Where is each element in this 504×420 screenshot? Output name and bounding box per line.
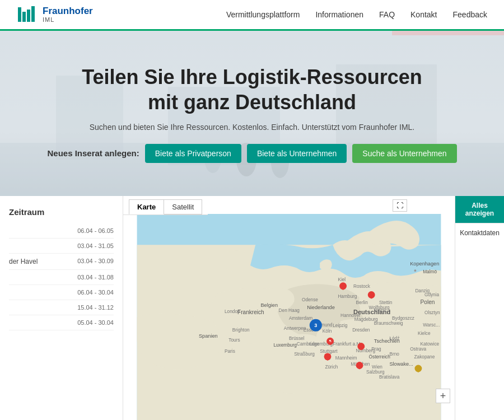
tab-satellit[interactable]: Satellit xyxy=(164,199,202,214)
btn-alles-anzeigen[interactable]: Alles anzeigen xyxy=(455,196,504,223)
hero-cta-label: Neues Inserat anlegen: xyxy=(47,148,139,158)
svg-text:Frankreich: Frankreich xyxy=(237,309,264,315)
svg-text:3: 3 xyxy=(314,323,317,328)
svg-text:Kielce: Kielce xyxy=(418,331,431,336)
hero-subtitle: Suchen und bieten Sie Ihre Ressourcen. K… xyxy=(47,123,456,132)
header: Fraunhofer IML Vermittlungsplattform Inf… xyxy=(0,0,504,31)
svg-rect-1 xyxy=(22,12,26,22)
btn-suche-unternehmen[interactable]: Suche als Unternehmen xyxy=(352,144,456,163)
svg-rect-0 xyxy=(18,7,21,22)
svg-text:Katowice: Katowice xyxy=(421,342,440,347)
svg-text:Wien: Wien xyxy=(372,365,382,370)
svg-text:Leipzig: Leipzig xyxy=(333,323,348,328)
list-item: 03.04 - 31.05 xyxy=(9,239,114,254)
btn-biete-unternehmen[interactable]: Biete als Unternehmen xyxy=(247,144,347,163)
svg-text:Prag: Prag xyxy=(371,347,381,352)
svg-text:Berlin: Berlin xyxy=(356,300,368,305)
zoom-in-icon: + xyxy=(440,390,446,402)
svg-text:Dresden: Dresden xyxy=(352,328,370,333)
svg-text:Amsterdam: Amsterdam xyxy=(289,316,312,321)
logo-sub: IML xyxy=(43,16,93,23)
list-item: 05.04 - 30.04 xyxy=(9,315,114,330)
svg-text:Frankfurt a.M.: Frankfurt a.M. xyxy=(333,342,361,347)
svg-text:Bratislava: Bratislava xyxy=(379,375,400,380)
sidebar-location: der Havel xyxy=(9,258,77,265)
map-area[interactable]: Karte Satellit ⛶ xyxy=(123,196,455,420)
list-item: der Havel 03.04 - 30.09 xyxy=(9,254,114,270)
svg-text:Mannheim: Mannheim xyxy=(335,356,357,361)
sidebar: Zeitraum 06.04 - 06.05 03.04 - 31.05 der… xyxy=(0,196,123,420)
svg-text:Hamburg: Hamburg xyxy=(338,294,357,299)
svg-text:Polen: Polen xyxy=(421,299,435,305)
sidebar-date: 03.04 - 31.05 xyxy=(77,242,114,249)
svg-text:Luxemburg: Luxemburg xyxy=(273,343,297,348)
svg-text:Odense: Odense xyxy=(302,297,318,302)
map-zoom-in-button[interactable]: + xyxy=(436,389,450,403)
svg-text:Brüssel: Brüssel xyxy=(289,336,305,341)
svg-text:Brno: Brno xyxy=(389,352,399,357)
svg-text:Malmö: Malmö xyxy=(423,269,437,274)
svg-text:Braunschweig: Braunschweig xyxy=(374,321,403,326)
hero-content: Teilen Sie Ihre Logistik-Ressourcen mit … xyxy=(25,64,479,163)
sidebar-date: 06.04 - 06.05 xyxy=(77,227,114,234)
list-item: 03.04 - 31.08 xyxy=(9,270,114,285)
fraunhofer-logo-icon xyxy=(17,4,38,25)
svg-text:Brighton: Brighton xyxy=(232,328,250,333)
svg-text:Kopenhagen: Kopenhagen xyxy=(410,261,439,267)
nav-item-faq[interactable]: FAQ xyxy=(379,10,395,19)
sidebar-date: 03.04 - 31.08 xyxy=(77,274,114,281)
nav-item-informationen[interactable]: Informationen xyxy=(315,10,363,19)
logo-name: Fraunhofer xyxy=(43,6,93,17)
svg-text:Bydgoszcz: Bydgoszcz xyxy=(392,316,414,321)
list-item: 06.04 - 06.05 xyxy=(9,223,114,239)
svg-text:Warsc...: Warsc... xyxy=(423,323,440,328)
svg-text:Kiel: Kiel xyxy=(338,277,346,282)
map-svg: Polen Deutschland Frankreich Spanien Bel… xyxy=(123,214,455,420)
svg-text:Tours: Tours xyxy=(228,338,240,343)
map-tabs: Karte Satellit xyxy=(123,196,208,215)
sidebar-date: 15.04 - 31.12 xyxy=(77,304,114,311)
svg-rect-2 xyxy=(27,10,30,22)
svg-rect-10 xyxy=(392,31,504,35)
svg-text:Łódź: Łódź xyxy=(389,336,399,341)
btn-biete-privat[interactable]: Biete als Privatperson xyxy=(145,144,241,163)
svg-rect-3 xyxy=(31,6,35,22)
map-expand-button[interactable]: ⛶ xyxy=(393,199,407,212)
svg-text:Straßburg: Straßburg xyxy=(294,352,315,357)
svg-text:Paris: Paris xyxy=(225,349,235,354)
svg-point-27 xyxy=(414,269,417,272)
tab-karte[interactable]: Karte xyxy=(129,199,164,214)
right-panel: Alles anzeigen Kontaktdaten xyxy=(455,196,504,420)
svg-text:Niederlande: Niederlande xyxy=(307,305,335,310)
svg-text:Belgien: Belgien xyxy=(260,302,278,308)
svg-text:Ostrava: Ostrava xyxy=(410,347,426,352)
sidebar-date: 06.04 - 30.04 xyxy=(77,289,114,296)
logo-area: Fraunhofer IML xyxy=(17,4,93,25)
svg-text:Den Haag: Den Haag xyxy=(279,308,300,313)
logo-text: Fraunhofer IML xyxy=(43,6,93,24)
svg-text:Slowake...: Slowake... xyxy=(389,361,413,367)
hero-actions: Neues Inserat anlegen: Biete als Privatp… xyxy=(47,144,456,163)
nav-item-feedback[interactable]: Feedback xyxy=(453,10,487,19)
svg-text:London: London xyxy=(225,309,240,314)
btn-kontaktdaten[interactable]: Kontaktdaten xyxy=(455,223,504,242)
svg-text:Zakopane: Zakopane xyxy=(414,354,435,360)
svg-text:Wolfsburg: Wolfsburg xyxy=(369,305,390,310)
bottom-section: Zeitraum 06.04 - 06.05 03.04 - 31.05 der… xyxy=(0,196,504,420)
svg-text:Zürich: Zürich xyxy=(325,365,338,370)
svg-text:Salzburg: Salzburg xyxy=(366,370,385,375)
sidebar-title: Zeitraum xyxy=(9,207,114,217)
svg-text:Spanien: Spanien xyxy=(199,333,218,339)
list-item: 15.04 - 31.12 xyxy=(9,300,114,315)
svg-text:Stettin: Stettin xyxy=(379,300,393,305)
svg-text:Österreich: Österreich xyxy=(369,354,391,360)
nav-item-kontakt[interactable]: Kontakt xyxy=(410,10,437,19)
sidebar-date: 03.04 - 30.09 xyxy=(77,258,114,264)
list-item: 06.04 - 30.04 xyxy=(9,285,114,300)
svg-text:Rostock: Rostock xyxy=(353,284,371,289)
hero-section: Teilen Sie Ihre Logistik-Ressourcen mit … xyxy=(0,31,504,196)
hero-title: Teilen Sie Ihre Logistik-Ressourcen mit … xyxy=(47,64,456,115)
nav-item-vermittlung[interactable]: Vermittlungsplattform xyxy=(226,10,300,19)
svg-text:Antwerpen: Antwerpen xyxy=(284,326,306,331)
svg-text:Gdynia: Gdynia xyxy=(424,292,440,297)
